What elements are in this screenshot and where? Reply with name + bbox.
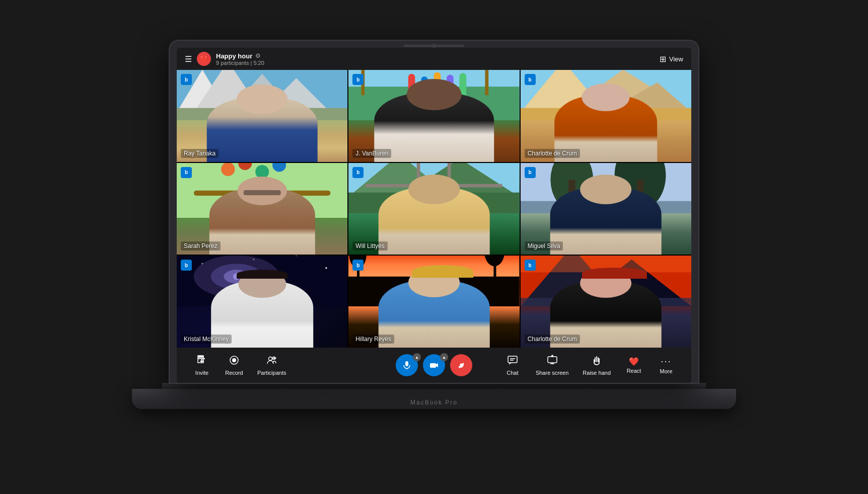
meeting-title: Happy hour xyxy=(216,52,252,60)
camera-chevron[interactable]: ▲ xyxy=(440,353,448,361)
participant-label-4: Sarah Perez xyxy=(181,241,221,251)
view-label: View xyxy=(669,55,683,63)
chat-label: Chat xyxy=(507,370,518,376)
participant-label-2: J. VanBuren xyxy=(352,149,391,158)
meeting-header: ☰ ❤️ Happy hour ⚙ 9 participants | 5:20 … xyxy=(177,48,691,70)
svg-rect-81 xyxy=(430,363,436,368)
grid-view-icon: ⊞ xyxy=(660,54,666,64)
record-icon xyxy=(229,355,240,368)
raise-hand-icon xyxy=(591,355,602,368)
screen-bezel: ☰ ❤️ Happy hour ⚙ 9 participants | 5:20 … xyxy=(170,41,698,383)
laptop-container: ☰ ❤️ Happy hour ⚙ 9 participants | 5:20 … xyxy=(132,41,736,453)
invite-button[interactable]: Invite xyxy=(187,352,217,379)
invite-icon xyxy=(196,355,207,368)
participants-label: Participants xyxy=(257,370,286,376)
video-cell-j-vanburen[interactable]: b J. VanBuren xyxy=(348,70,519,162)
raise-hand-label: Raise hand xyxy=(583,370,611,376)
hamburger-icon[interactable]: ☰ xyxy=(185,54,192,64)
more-icon: ··· xyxy=(661,356,671,367)
react-icon: ❤️ xyxy=(629,357,639,366)
gear-icon[interactable]: ⚙ xyxy=(255,52,261,59)
video-cell-sarah-perez[interactable]: b Sarah Perez xyxy=(177,163,347,255)
trackpad-notch xyxy=(404,45,464,47)
svg-point-74 xyxy=(232,358,236,362)
bing-badge-4: b xyxy=(181,167,192,178)
toolbar-left: Invite Record xyxy=(187,352,292,379)
chat-button[interactable]: Chat xyxy=(497,352,528,379)
svg-rect-69 xyxy=(198,358,205,359)
participant-label-8: Hillary Reyes xyxy=(352,335,394,344)
record-label: Record xyxy=(225,370,243,376)
participant-label-9: Charlotte de Crum xyxy=(525,335,580,344)
video-cell-kristal-mckinney[interactable]: b Kristal McKinney xyxy=(177,256,347,348)
video-grid: b Ray Tanaka xyxy=(177,70,691,348)
svg-rect-10 xyxy=(485,70,489,95)
invite-label: Invite xyxy=(195,370,208,376)
meeting-title-row: Happy hour ⚙ xyxy=(216,52,264,60)
participant-label-3: Charlotte de Crum xyxy=(525,149,580,158)
participants-button[interactable]: Participants xyxy=(251,352,292,379)
laptop-hinge xyxy=(162,383,706,389)
participants-icon xyxy=(266,355,277,368)
bing-badge-1: b xyxy=(181,74,192,85)
svg-rect-83 xyxy=(508,356,517,363)
view-button[interactable]: ⊞ View xyxy=(660,54,683,64)
record-button[interactable]: Record xyxy=(219,352,249,379)
screen: ☰ ❤️ Happy hour ⚙ 9 participants | 5:20 … xyxy=(177,48,691,383)
laptop-base: MacBook Pro xyxy=(132,389,736,409)
svg-point-51 xyxy=(325,267,327,269)
meeting-info: Happy hour ⚙ 9 participants | 5:20 xyxy=(216,52,264,66)
video-cell-miguel-silva[interactable]: b Miguel Silva xyxy=(521,163,691,255)
hangup-button[interactable] xyxy=(450,354,472,376)
svg-marker-82 xyxy=(436,363,438,367)
macbook-label: MacBook Pro xyxy=(410,399,458,406)
video-cell-charlotte-2[interactable]: b Charlotte de Crum xyxy=(521,256,691,348)
participant-label-5: Will Littyes xyxy=(352,241,387,251)
svg-rect-79 xyxy=(405,361,408,366)
mic-chevron[interactable]: ▲ xyxy=(413,353,421,361)
more-button[interactable]: ··· More xyxy=(651,353,681,377)
participant-label-7: Kristal McKinney xyxy=(181,335,232,344)
meeting-meta: 9 participants | 5:20 xyxy=(216,60,264,66)
share-screen-icon xyxy=(547,355,558,368)
video-cell-charlotte-1[interactable]: b Charlotte de Crum xyxy=(521,70,691,162)
bing-badge-7: b xyxy=(181,260,192,271)
video-cell-ray-tanaka[interactable]: b Ray Tanaka xyxy=(177,70,347,162)
chat-icon xyxy=(507,355,518,368)
bing-badge-6: b xyxy=(525,167,536,178)
svg-rect-86 xyxy=(548,357,557,363)
svg-rect-68 xyxy=(198,357,204,358)
video-cell-will-littyes[interactable]: b Will Littyes xyxy=(348,163,519,255)
bing-badge-2: b xyxy=(352,74,364,85)
svg-point-75 xyxy=(268,357,272,361)
participant-label-6: Miguel Silva xyxy=(525,241,563,251)
react-label: React xyxy=(627,368,641,374)
svg-marker-88 xyxy=(551,355,554,356)
more-label: More xyxy=(660,368,672,374)
toolbar-center: ▲ ▲ xyxy=(396,354,472,376)
svg-point-23 xyxy=(221,163,235,176)
react-button[interactable]: ❤️ React xyxy=(619,354,649,377)
toolbar-right: Chat Share screen xyxy=(497,352,681,379)
participant-label-1: Ray Tanaka xyxy=(181,149,219,158)
bing-badge-5: b xyxy=(352,167,364,178)
header-left: ☰ ❤️ Happy hour ⚙ 9 participants | 5:20 xyxy=(185,52,264,66)
bing-badge-9: b xyxy=(525,260,536,271)
raise-hand-button[interactable]: Raise hand xyxy=(576,352,617,379)
toolbar: Invite Record xyxy=(177,348,691,383)
meeting-emoji: ❤️ xyxy=(197,52,211,66)
share-screen-button[interactable]: Share screen xyxy=(530,352,574,379)
bing-badge-8: b xyxy=(352,260,364,271)
video-cell-hillary-reyes[interactable]: b Hillary Reyes xyxy=(348,256,519,348)
bing-badge-3: b xyxy=(525,74,536,85)
share-screen-label: Share screen xyxy=(536,370,568,376)
